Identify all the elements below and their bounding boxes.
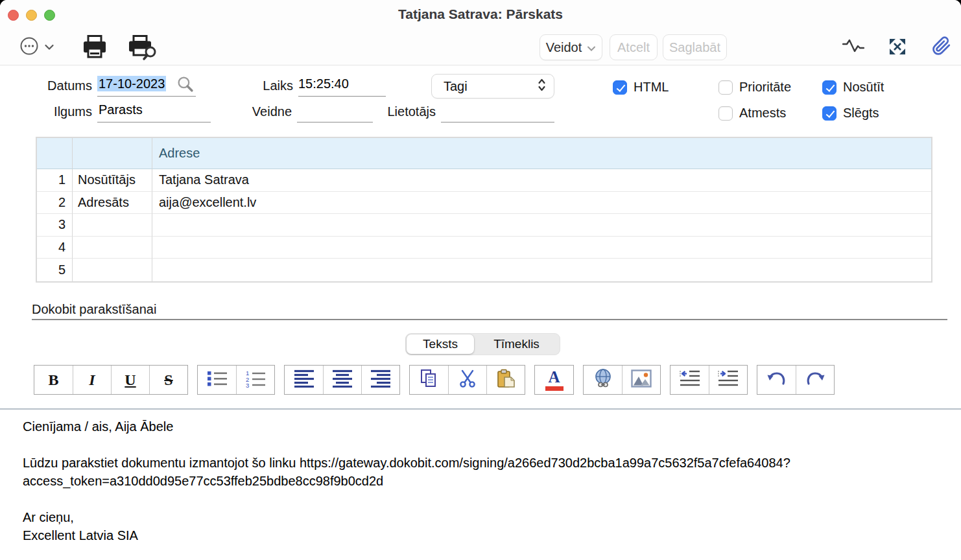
date-lookup-icon[interactable] <box>176 76 194 96</box>
redo-button[interactable] <box>796 366 834 394</box>
time-value: 15:25:40 <box>298 76 349 91</box>
align-center-icon <box>332 369 353 390</box>
editor-divider <box>0 408 961 410</box>
bold-icon: B <box>48 372 58 388</box>
lietotajs-label: Lietotājs <box>363 104 436 121</box>
checkbox-slegts[interactable] <box>822 106 836 121</box>
row-address-cell[interactable] <box>152 237 931 259</box>
body-line <box>23 436 950 454</box>
copy-button[interactable] <box>410 366 448 394</box>
cut-button[interactable] <box>448 366 486 394</box>
print-button[interactable] <box>82 36 108 60</box>
numbered-list-button[interactable]: 123 <box>236 366 274 394</box>
align-left-button[interactable] <box>285 366 323 394</box>
checkbox-nosutit[interactable] <box>822 80 836 95</box>
row-number-cell[interactable]: 5 <box>37 259 73 281</box>
tags-select[interactable]: Tagi <box>431 74 554 99</box>
checkbox-atmests[interactable] <box>718 106 733 121</box>
body-line: Cienījama / ais, Aija Ābele <box>23 417 950 436</box>
checkbox-html[interactable] <box>613 80 627 95</box>
duration-input[interactable]: Parasts <box>97 102 211 122</box>
table-header-corner <box>37 138 73 169</box>
redo-icon <box>805 370 825 390</box>
template-input[interactable] <box>297 102 373 122</box>
row-role-cell[interactable]: Adresāts <box>73 192 152 215</box>
subject-input[interactable]: Dokobit parakstīšanai <box>32 299 947 320</box>
strikethrough-button[interactable]: S <box>149 366 187 394</box>
paste-clipboard-icon <box>496 369 516 391</box>
insert-image-button[interactable] <box>622 366 660 394</box>
app-window: Tatjana Satrava: Pārskats Veidot <box>0 0 961 560</box>
row-role-cell[interactable]: Nosūtītājs <box>73 169 152 192</box>
tags-select-label: Tagi <box>444 79 468 94</box>
row-role-cell[interactable] <box>73 259 152 281</box>
recipients-table: Adrese 1 Nosūtītājs Tatjana Satrava 2 Ad… <box>36 137 932 283</box>
duration-value: Parasts <box>97 102 143 117</box>
undo-icon <box>767 370 787 390</box>
window-title: Tatjana Satrava: Pārskats <box>0 6 961 22</box>
date-selected-text: 17-10-2023 <box>97 76 166 91</box>
font-color-bar <box>545 386 564 391</box>
save-button[interactable]: Saglabāt <box>663 34 727 60</box>
globe-link-icon <box>593 368 613 391</box>
chevron-down-icon <box>587 40 596 55</box>
more-options-button[interactable] <box>19 38 39 57</box>
attach-button[interactable] <box>932 38 951 57</box>
row-address-cell[interactable] <box>152 214 931 237</box>
bold-button[interactable]: B <box>34 366 73 394</box>
cancel-button-label: Atcelt <box>617 40 650 55</box>
user-input[interactable] <box>441 102 554 122</box>
underline-button[interactable]: U <box>111 366 149 394</box>
numbered-list-icon: 123 <box>244 369 267 390</box>
cut-scissors-icon <box>458 369 477 391</box>
activity-button[interactable] <box>842 39 864 56</box>
time-input[interactable]: 15:25:40 <box>298 76 386 97</box>
row-role-cell[interactable] <box>73 214 152 237</box>
tab-teksts[interactable]: Teksts <box>407 334 474 354</box>
expand-arrows-icon <box>888 38 907 58</box>
row-role-cell[interactable] <box>73 237 152 259</box>
row-address-cell[interactable]: Tatjana Satrava <box>152 169 931 192</box>
save-button-label: Saglabāt <box>669 40 720 55</box>
message-body[interactable]: Cienījama / ais, Aija Ābele Lūdzu paraks… <box>23 417 950 544</box>
row-number-cell[interactable]: 4 <box>37 237 73 259</box>
chevron-down-icon <box>44 41 54 53</box>
printer-icon <box>82 35 108 61</box>
tab-timeklis[interactable]: Tīmeklis <box>474 334 559 354</box>
italic-icon: I <box>89 372 95 388</box>
body-line: Lūdzu parakstiet dokumentu izmantojot šo… <box>23 454 950 472</box>
font-color-button[interactable]: A <box>535 366 573 394</box>
body-line: access_token=a310dd0d95e77cc53ffeb25bdbe… <box>23 472 950 490</box>
expand-button[interactable] <box>888 39 907 57</box>
paste-button[interactable] <box>486 366 525 394</box>
body-line: Excellent Latvia SIA <box>23 526 950 544</box>
print-preview-button[interactable] <box>128 36 158 62</box>
row-address-cell[interactable]: aija@excellent.lv <box>152 192 931 215</box>
title-bar: Tatjana Satrava: Pārskats <box>0 0 961 30</box>
checkbox-html-label: HTML <box>634 80 669 97</box>
strikethrough-icon: S <box>164 372 172 388</box>
align-right-button[interactable] <box>361 366 399 394</box>
create-button[interactable]: Veidot <box>540 34 602 60</box>
outdent-button[interactable] <box>670 366 709 394</box>
undo-button[interactable] <box>757 366 796 394</box>
italic-button[interactable]: I <box>73 366 111 394</box>
indent-button[interactable] <box>709 366 747 394</box>
cancel-button[interactable]: Atcelt <box>610 34 658 60</box>
align-center-button[interactable] <box>323 366 361 394</box>
row-number-cell[interactable]: 1 <box>37 169 73 192</box>
align-group <box>284 365 400 395</box>
checkbox-nosutit-label: Nosūtīt <box>843 80 884 97</box>
select-chevrons-icon <box>538 78 546 95</box>
list-group: 123 <box>197 365 275 395</box>
row-number-cell[interactable]: 2 <box>37 192 73 215</box>
row-number-cell[interactable]: 3 <box>37 214 73 237</box>
underline-icon: U <box>125 372 136 388</box>
font-color-group: A <box>534 365 574 395</box>
bullet-list-button[interactable] <box>198 366 236 394</box>
checkbox-prioritate[interactable] <box>718 80 733 95</box>
insert-link-button[interactable] <box>584 366 622 394</box>
row-address-cell[interactable] <box>152 259 931 281</box>
image-icon <box>631 369 652 390</box>
more-options-chevron[interactable] <box>44 44 54 51</box>
